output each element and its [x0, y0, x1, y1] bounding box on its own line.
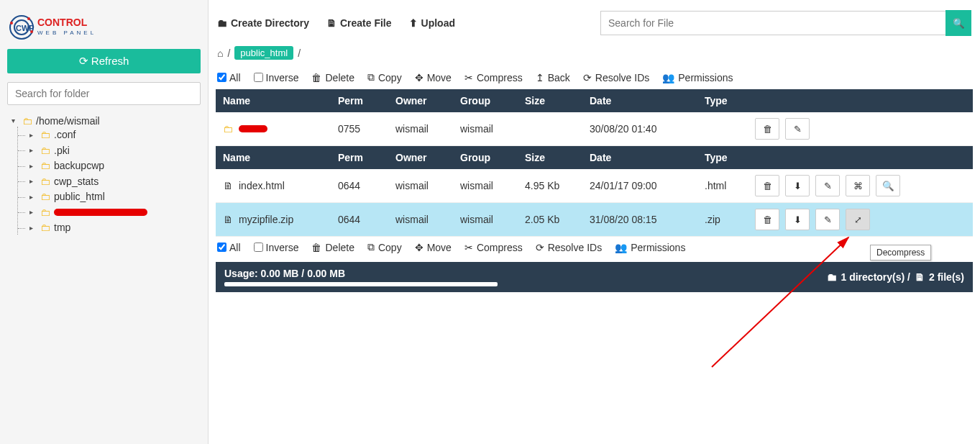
row-download-button[interactable]: ⬇ [785, 209, 810, 230]
svg-point-2 [10, 22, 13, 24]
toolbar-bottom: All Inverse 🗑Delete ⧉Copy ✥Move ✂Compres… [216, 237, 973, 259]
tree-node[interactable]: ▸🗀public_html [29, 191, 105, 202]
topbar: 🖿 Create Directory 🗎 Create File ⬆ Uploa… [216, 7, 973, 43]
edit-icon: ✎ [794, 124, 802, 135]
tree-node[interactable]: ▸🗀.conf [29, 129, 75, 140]
directory-table: Name Perm Owner Group Size Date Type 🗀 0… [216, 89, 973, 146]
select-all[interactable]: All [217, 72, 241, 83]
delete-button-bottom[interactable]: 🗑Delete [311, 242, 354, 253]
col-name[interactable]: Name [216, 89, 331, 112]
refresh-icon: ⟳ [79, 55, 88, 67]
tree-node[interactable]: ▸🗀backupcwp [29, 160, 104, 171]
row-download-button[interactable]: ⬇ [785, 175, 810, 196]
row-edit-button[interactable]: ✎ [815, 175, 840, 196]
tree-expand-icon: ▸ [29, 131, 37, 139]
row-view-button[interactable]: 🔍 [876, 175, 900, 196]
col-group[interactable]: Group [453, 89, 518, 112]
expand-icon: ⤢ [854, 214, 862, 225]
row-delete-button[interactable]: 🗑 [755, 209, 779, 230]
file-group: wismail [453, 203, 518, 237]
file-row[interactable]: 🗎myzipfile.zip0644wismailwismail2.05 Kb3… [216, 203, 973, 237]
compress-icon: ✂ [464, 242, 473, 253]
refresh-button[interactable]: ⟳ Refresh [7, 49, 201, 73]
compress-button[interactable]: ✂Compress [464, 72, 523, 83]
row-edit-button[interactable]: ✎ [815, 209, 840, 230]
create-directory-button[interactable]: 🖿 Create Directory [217, 17, 309, 29]
edit-icon: ✎ [824, 181, 832, 191]
col-type[interactable]: Type [697, 89, 748, 112]
col-size[interactable]: Size [518, 146, 582, 169]
main-content: 🖿 Create Directory 🗎 Create File ⬆ Uploa… [209, 0, 980, 444]
folder-icon: 🗀 [40, 207, 50, 218]
tree-expand-icon: ▸ [29, 162, 37, 170]
delete-button[interactable]: 🗑Delete [311, 72, 354, 83]
col-size[interactable]: Size [518, 89, 582, 112]
trash-icon: 🗑 [763, 181, 772, 191]
col-perm[interactable]: Perm [331, 89, 388, 112]
code-icon: ⌘ [853, 181, 863, 191]
compress-button-bottom[interactable]: ✂Compress [464, 242, 523, 253]
file-size: 2.05 Kb [518, 203, 582, 237]
file-row[interactable]: 🗎index.html0644wismailwismail4.95 Kb24/0… [216, 169, 973, 203]
copy-icon: ⧉ [367, 71, 375, 83]
col-type[interactable]: Type [697, 146, 748, 169]
row-delete-button[interactable]: 🗑 [755, 175, 779, 196]
folder-icon: 🗀 [22, 115, 32, 127]
row-edit-button[interactable]: ✎ [785, 118, 810, 140]
dir-date: 30/08/20 01:40 [582, 112, 697, 146]
svg-text:CONTROL: CONTROL [37, 17, 88, 28]
move-button[interactable]: ✥Move [415, 72, 452, 83]
permissions-button-bottom[interactable]: 👥Permissions [615, 242, 685, 253]
file-icon: 🗎 [326, 17, 336, 29]
row-code-button[interactable]: ⌘ [846, 175, 870, 196]
tree-node[interactable]: ▸🗀 [29, 207, 147, 218]
create-directory-label: Create Directory [231, 17, 309, 29]
svg-point-3 [27, 17, 30, 20]
tree-node[interactable]: ▸🗀tmp [29, 222, 70, 233]
file-search-input[interactable] [600, 11, 945, 35]
breadcrumb: ⌂ / public_html / [216, 43, 973, 67]
back-button[interactable]: ↥Back [536, 72, 570, 83]
create-file-button[interactable]: 🗎 Create File [326, 17, 392, 29]
col-owner[interactable]: Owner [388, 89, 453, 112]
permissions-button[interactable]: 👥Permissions [662, 72, 733, 83]
directory-row[interactable]: 🗀 0755 wismail wismail 30/08/20 01:40 🗑 … [216, 112, 973, 146]
svg-text:CWP: CWP [16, 24, 35, 32]
col-owner[interactable]: Owner [388, 146, 453, 169]
tree-root[interactable]: ▾ 🗀 /home/wismail [12, 115, 100, 127]
resolve-ids-button[interactable]: ⟳Resolve IDs [583, 72, 649, 83]
file-name: myzipfile.zip [239, 214, 293, 225]
svg-text:WEB   PANEL: WEB PANEL [37, 30, 96, 36]
tree-node[interactable]: ▸🗀.pki [29, 145, 70, 156]
select-all-bottom[interactable]: All [217, 242, 241, 253]
copy-button[interactable]: ⧉Copy [367, 71, 402, 83]
select-inverse-bottom[interactable]: Inverse [254, 242, 299, 253]
col-date[interactable]: Date [582, 146, 697, 169]
home-icon[interactable]: ⌂ [217, 47, 223, 59]
edit-icon: ✎ [824, 214, 832, 225]
copy-button-bottom[interactable]: ⧉Copy [367, 241, 402, 253]
col-perm[interactable]: Perm [331, 146, 388, 169]
file-perm: 0644 [331, 169, 388, 203]
row-decompress-button[interactable]: ⤢ [846, 209, 870, 230]
upload-button[interactable]: ⬆ Upload [409, 17, 455, 29]
col-date[interactable]: Date [582, 89, 697, 112]
resolve-ids-button-bottom[interactable]: ⟳Resolve IDs [536, 242, 602, 253]
breadcrumb-current[interactable]: public_html [234, 46, 293, 60]
search-icon: 🔍 [953, 18, 965, 29]
tree-node[interactable]: ▸🗀cwp_stats [29, 176, 99, 187]
tree-node-label: tmp [54, 222, 70, 233]
row-delete-button[interactable]: 🗑 [755, 118, 779, 140]
back-icon: ↥ [536, 72, 544, 83]
dir-perm: 0755 [331, 112, 388, 146]
users-icon: 👥 [615, 242, 627, 253]
col-group[interactable]: Group [453, 146, 518, 169]
trash-icon: 🗑 [311, 72, 321, 83]
dir-group: wismail [453, 112, 518, 146]
select-inverse[interactable]: Inverse [254, 72, 299, 83]
file-icon: 🗎 [223, 180, 233, 191]
folder-search-input[interactable] [7, 82, 201, 105]
move-button-bottom[interactable]: ✥Move [415, 242, 452, 253]
file-search-button[interactable]: 🔍 [945, 10, 971, 36]
col-name[interactable]: Name [216, 146, 331, 169]
